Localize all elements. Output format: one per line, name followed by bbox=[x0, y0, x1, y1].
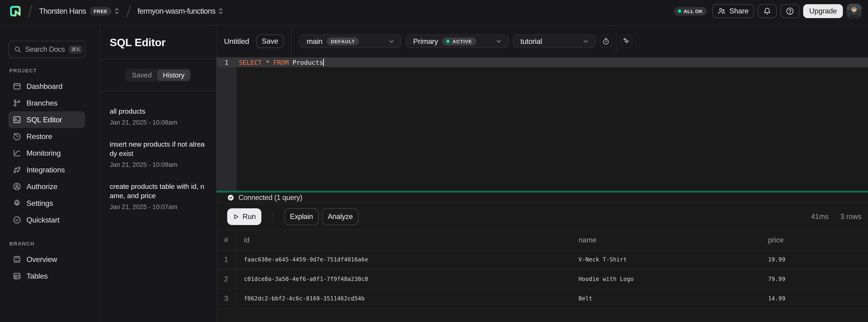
row-index: 2 bbox=[217, 270, 236, 289]
sql-editor-panel: SQL Editor Saved History all products Ja… bbox=[100, 26, 217, 322]
analyze-button[interactable]: Analyze bbox=[322, 208, 359, 225]
sidebar-item-label: Dashboard bbox=[27, 82, 62, 91]
table-row[interactable]: 1 faac630e-a645-4459-9d7e-751df4016a6e V… bbox=[217, 250, 868, 270]
explain-button[interactable]: Explain bbox=[284, 208, 319, 225]
status-badge-label: ALL OK bbox=[684, 9, 703, 14]
sidebar-item-label: Authorize bbox=[27, 182, 57, 191]
row-index: 3 bbox=[217, 289, 236, 308]
topbar-actions: ALL OK Share bbox=[674, 4, 862, 19]
code-content: SELECT * FROM Products bbox=[237, 59, 324, 66]
avatar[interactable] bbox=[847, 4, 862, 19]
history-item-timestamp: Jan 21, 2025 - 10:07am bbox=[110, 203, 206, 211]
chevron-down-icon bbox=[388, 38, 395, 45]
people-icon bbox=[718, 7, 725, 15]
cell-name: Belt bbox=[570, 289, 760, 308]
monitoring-chart-icon bbox=[12, 149, 21, 157]
compute-dropdown[interactable]: Primary ACTIVE bbox=[406, 35, 509, 48]
database-dropdown-value: tutorial bbox=[520, 37, 542, 46]
text-cursor bbox=[323, 59, 324, 66]
code-editor[interactable]: 1 SELECT * FROM Products bbox=[217, 58, 868, 191]
sidebar-item-label: Branches bbox=[27, 99, 58, 107]
save-button[interactable]: Save bbox=[256, 35, 284, 48]
tab-history[interactable]: History bbox=[157, 70, 190, 81]
sidebar-item-monitoring[interactable]: Monitoring bbox=[8, 145, 85, 162]
table-row[interactable]: 3 f062dc2-bbf2-4c6c-8169-3511462cd54b Be… bbox=[217, 289, 868, 309]
neon-logo-icon[interactable] bbox=[9, 5, 21, 17]
sidebar-item-label: Overview bbox=[27, 255, 57, 264]
sidebar-item-branches[interactable]: Branches bbox=[8, 95, 85, 111]
history-item[interactable]: create products table with id, name, and… bbox=[110, 182, 206, 211]
status-badge[interactable]: ALL OK bbox=[674, 7, 707, 15]
column-header-id[interactable]: id bbox=[236, 230, 570, 250]
gear-icon bbox=[12, 199, 21, 208]
breadcrumb-org[interactable]: Thorsten Hans bbox=[39, 7, 86, 15]
help-button[interactable] bbox=[780, 4, 800, 18]
compute-dropdown-value: Primary bbox=[413, 37, 438, 46]
query-history-button[interactable] bbox=[600, 35, 612, 48]
column-header-index[interactable]: # bbox=[217, 230, 236, 250]
sidebar-item-label: Monitoring bbox=[27, 149, 61, 157]
sidebar-section-branch: BRANCH bbox=[9, 241, 85, 247]
query-tab-title[interactable]: Untitled bbox=[224, 37, 249, 46]
restore-clock-icon bbox=[12, 132, 21, 141]
editor-gutter bbox=[217, 67, 237, 191]
sidebar-item-restore[interactable]: Restore bbox=[8, 128, 85, 145]
sql-editor-icon bbox=[12, 115, 21, 124]
history-item-title: all products bbox=[110, 107, 206, 116]
topbar: Thorsten Hans FREE fermyon-wasm-function… bbox=[0, 0, 868, 26]
sidebar-item-sql-editor[interactable]: SQL Editor bbox=[8, 111, 85, 128]
code-space bbox=[270, 59, 274, 66]
sidebar-item-overview[interactable]: Overview bbox=[8, 251, 85, 268]
cell-id: f062dc2-bbf2-4c6c-8169-3511462cd54b bbox=[236, 289, 570, 308]
sidebar-item-integrations[interactable]: Integrations bbox=[8, 162, 85, 178]
project-switcher-chevrons-icon[interactable] bbox=[218, 7, 224, 15]
column-header-name[interactable]: name bbox=[570, 230, 760, 250]
search-shortcut-kbd: ⌘K bbox=[68, 45, 83, 54]
chevron-down-icon bbox=[582, 38, 589, 45]
check-circle-icon bbox=[12, 216, 21, 224]
neon-console-app: Thorsten Hans FREE fermyon-wasm-function… bbox=[0, 0, 868, 322]
results-resize-handle[interactable] bbox=[217, 191, 868, 192]
share-button[interactable]: Share bbox=[712, 4, 754, 18]
query-actions-row: Run Explain Analyze 41ms 3 rows bbox=[217, 203, 868, 230]
run-button[interactable]: Run bbox=[227, 208, 261, 225]
notifications-button[interactable] bbox=[757, 4, 777, 18]
editor-empty-area bbox=[217, 67, 868, 191]
code-space bbox=[262, 59, 266, 66]
history-item[interactable]: all products Jan 21, 2025 - 10:08am bbox=[110, 107, 206, 126]
sidebar-item-authorize[interactable]: Authorize bbox=[8, 178, 85, 195]
org-switcher-chevrons-icon[interactable] bbox=[114, 7, 120, 15]
breadcrumb-project[interactable]: fermyon-wasm-functions bbox=[137, 7, 215, 15]
connection-status-row: Connected (1 query) bbox=[217, 192, 868, 203]
sidebar-item-quickstart[interactable]: Quickstart bbox=[8, 212, 85, 228]
sidebar-item-settings[interactable]: Settings bbox=[8, 195, 85, 212]
chevron-down-icon bbox=[495, 38, 502, 45]
plan-badge: FREE bbox=[90, 7, 112, 15]
connected-check-icon bbox=[227, 194, 234, 201]
upgrade-button[interactable]: Upgrade bbox=[803, 4, 843, 18]
sql-keyword: FROM bbox=[273, 59, 288, 66]
database-dropdown[interactable]: tutorial bbox=[513, 35, 596, 48]
tab-saved[interactable]: Saved bbox=[126, 70, 157, 81]
dashboard-icon bbox=[12, 82, 21, 91]
sidebar-item-label: SQL Editor bbox=[27, 115, 62, 124]
sidebar-item-dashboard[interactable]: Dashboard bbox=[8, 78, 85, 95]
column-header-price[interactable]: price bbox=[760, 230, 868, 250]
search-placeholder: Search Docs bbox=[25, 45, 65, 53]
search-docs-input[interactable]: Search Docs ⌘K bbox=[8, 41, 86, 58]
sidebar-item-label: Integrations bbox=[27, 166, 65, 174]
cell-price: 19.99 bbox=[760, 250, 868, 269]
history-item-timestamp: Jan 21, 2025 - 10:08am bbox=[110, 119, 206, 126]
ai-assist-button[interactable] bbox=[620, 35, 632, 48]
line-number: 1 bbox=[217, 59, 237, 66]
branch-dropdown-value: main bbox=[307, 37, 322, 46]
help-circle-icon bbox=[786, 7, 794, 15]
breadcrumb-slash-icon bbox=[125, 4, 132, 18]
table-row[interactable]: 2 c01dce8a-3a50-4ef6-a0f1-7f9f48a238c8 H… bbox=[217, 270, 868, 289]
sql-star: * bbox=[266, 59, 270, 66]
sidebar-item-tables[interactable]: Tables bbox=[8, 268, 85, 284]
history-item[interactable]: insert new products if not already exist… bbox=[110, 140, 206, 169]
bell-icon bbox=[763, 7, 771, 15]
cell-price: 79.99 bbox=[760, 270, 868, 289]
branch-dropdown[interactable]: main DEFAULT bbox=[299, 35, 401, 48]
